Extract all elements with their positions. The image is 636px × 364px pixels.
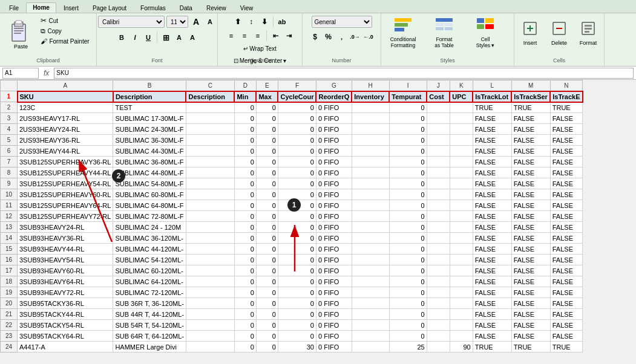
cell-row18-col2[interactable]	[186, 276, 234, 287]
cell-row15-col13[interactable]: FALSE	[550, 244, 582, 255]
cell-row19-col10[interactable]	[450, 287, 473, 298]
cell-row11-col9[interactable]	[427, 200, 450, 211]
cell-row10-col11[interactable]: FALSE	[473, 189, 511, 200]
cell-row6-col2[interactable]	[186, 146, 234, 157]
cell-row11-col2[interactable]	[186, 200, 234, 211]
cell-row9-col0[interactable]: 3SUB125SUPERHEAVY54-RL	[18, 178, 113, 189]
cell-row6-col7[interactable]	[352, 146, 389, 157]
cell-row4-col2[interactable]	[186, 124, 234, 135]
cell-row2-col11[interactable]: TRUE	[473, 102, 511, 113]
cell-row19-col13[interactable]: FALSE	[550, 287, 582, 298]
cell-row15-col8[interactable]: 0	[389, 244, 427, 255]
cell-row11-col13[interactable]: FALSE	[550, 200, 582, 211]
cell-row5-col2[interactable]	[186, 135, 234, 146]
cell-row5-col12[interactable]: FALSE	[511, 135, 550, 146]
cell-row24-col12[interactable]: TRUE	[511, 342, 550, 353]
cell-d1[interactable]: Min	[234, 91, 256, 102]
cell-row23-col5[interactable]: 0	[278, 331, 316, 342]
cell-row16-col5[interactable]: 0	[278, 255, 316, 265]
cell-row2-col6[interactable]: 0 FIFO	[316, 102, 352, 113]
text-direction-button[interactable]: ab	[276, 16, 288, 28]
cell-row19-col3[interactable]: 0	[234, 287, 256, 298]
col-header-c[interactable]: C	[186, 80, 234, 91]
cell-row16-col11[interactable]: FALSE	[473, 255, 511, 265]
tab-review[interactable]: Review	[200, 3, 233, 13]
cell-row10-col8[interactable]: 0	[389, 189, 427, 200]
cell-m1[interactable]: IsTrackSer	[511, 91, 550, 102]
cell-row23-col12[interactable]: FALSE	[511, 331, 550, 342]
cell-row13-col3[interactable]: 0	[234, 222, 256, 233]
cell-row4-col3[interactable]: 0	[234, 124, 256, 135]
cell-row16-col13[interactable]: FALSE	[550, 255, 582, 265]
number-format-select[interactable]: General	[312, 16, 372, 28]
align-center-button[interactable]: ≡	[238, 30, 251, 42]
cell-row13-col10[interactable]	[450, 222, 473, 233]
cell-row22-col2[interactable]	[186, 320, 234, 331]
insert-button[interactable]: Insert	[517, 16, 543, 50]
cell-row5-col3[interactable]: 0	[234, 135, 256, 146]
cell-row9-col11[interactable]: FALSE	[473, 178, 511, 189]
cell-row4-col0[interactable]: 2US93HEAVY24-RL	[18, 124, 113, 135]
cell-row12-col7[interactable]	[352, 211, 389, 222]
cell-row3-col3[interactable]: 0	[234, 113, 256, 124]
cell-row6-col5[interactable]: 0	[278, 146, 316, 157]
cell-row21-col4[interactable]: 0	[256, 309, 278, 320]
cell-row21-col0[interactable]: 3SUB95TACKY44-RL	[18, 309, 113, 320]
cell-row8-col3[interactable]: 0	[234, 167, 256, 178]
cell-row23-col0[interactable]: 3SUB95TACKY64-RL	[18, 331, 113, 342]
cell-row5-col13[interactable]: FALSE	[550, 135, 582, 146]
cell-row19-col6[interactable]: 0 FIFO	[316, 287, 352, 298]
cell-row21-col13[interactable]: FALSE	[550, 309, 582, 320]
cell-row23-col4[interactable]: 0	[256, 331, 278, 342]
cell-row14-col0[interactable]: 3SUB93HEAVY36-RL	[18, 233, 113, 244]
cell-row24-col9[interactable]	[427, 342, 450, 353]
cell-row10-col12[interactable]: FALSE	[511, 189, 550, 200]
tab-view[interactable]: View	[234, 3, 260, 13]
cell-row22-col6[interactable]: 0 FIFO	[316, 320, 352, 331]
cell-c1[interactable]: Description	[186, 91, 234, 102]
cell-row7-col4[interactable]: 0	[256, 157, 278, 167]
cell-row10-col0[interactable]: 3SUB125SUPERHEAVY60-RL	[18, 189, 113, 200]
cell-row16-col12[interactable]: FALSE	[511, 255, 550, 265]
cell-row10-col10[interactable]	[450, 189, 473, 200]
cell-row10-col3[interactable]: 0	[234, 189, 256, 200]
cell-row17-col4[interactable]: 0	[256, 265, 278, 276]
cell-row15-col2[interactable]	[186, 244, 234, 255]
cell-row20-col13[interactable]: FALSE	[550, 298, 582, 309]
col-header-l[interactable]: L	[473, 80, 511, 91]
cell-row21-col12[interactable]: FALSE	[511, 309, 550, 320]
cell-row7-col0[interactable]: 3SUB125SUPERHEAVY36-RL	[18, 157, 113, 167]
cell-row20-col7[interactable]	[352, 298, 389, 309]
cell-row10-col2[interactable]	[186, 189, 234, 200]
border-button[interactable]: ⊞	[160, 31, 172, 44]
tab-page-layout[interactable]: Page Layout	[86, 3, 133, 13]
cell-row22-col13[interactable]: FALSE	[550, 320, 582, 331]
cell-row17-col9[interactable]	[427, 265, 450, 276]
col-header-m[interactable]: M	[511, 80, 550, 91]
cell-row15-col10[interactable]	[450, 244, 473, 255]
cell-row15-col7[interactable]	[352, 244, 389, 255]
cell-row2-col9[interactable]	[427, 102, 450, 113]
cell-row2-col10[interactable]	[450, 102, 473, 113]
cell-row3-col5[interactable]: 0	[278, 113, 316, 124]
cell-row5-col6[interactable]: 0 FIFO	[316, 135, 352, 146]
cell-row7-col5[interactable]: 0	[278, 157, 316, 167]
cell-row24-col0[interactable]: A4417-A	[18, 342, 113, 353]
tab-insert[interactable]: Insert	[57, 3, 85, 13]
cell-row14-col11[interactable]: FALSE	[473, 233, 511, 244]
cell-row20-col11[interactable]: FALSE	[473, 298, 511, 309]
bold-button[interactable]: B	[116, 31, 128, 44]
cell-b1[interactable]: Description	[113, 91, 186, 102]
cell-row9-col10[interactable]	[450, 178, 473, 189]
cell-row11-col6[interactable]: 0 FIFO	[316, 200, 352, 211]
cell-row22-col3[interactable]: 0	[234, 320, 256, 331]
cell-row19-col8[interactable]: 0	[389, 287, 427, 298]
cell-row19-col9[interactable]	[427, 287, 450, 298]
cell-row8-col0[interactable]: 3SUB125SUPERHEAVY44-RL	[18, 167, 113, 178]
col-header-e[interactable]: E	[256, 80, 278, 91]
copy-button[interactable]: ⧉ Copy	[39, 27, 91, 36]
cell-row9-col6[interactable]: 0 FIFO	[316, 178, 352, 189]
col-header-b[interactable]: B	[113, 80, 186, 91]
cell-row5-col10[interactable]	[450, 135, 473, 146]
cell-row20-col3[interactable]: 0	[234, 298, 256, 309]
